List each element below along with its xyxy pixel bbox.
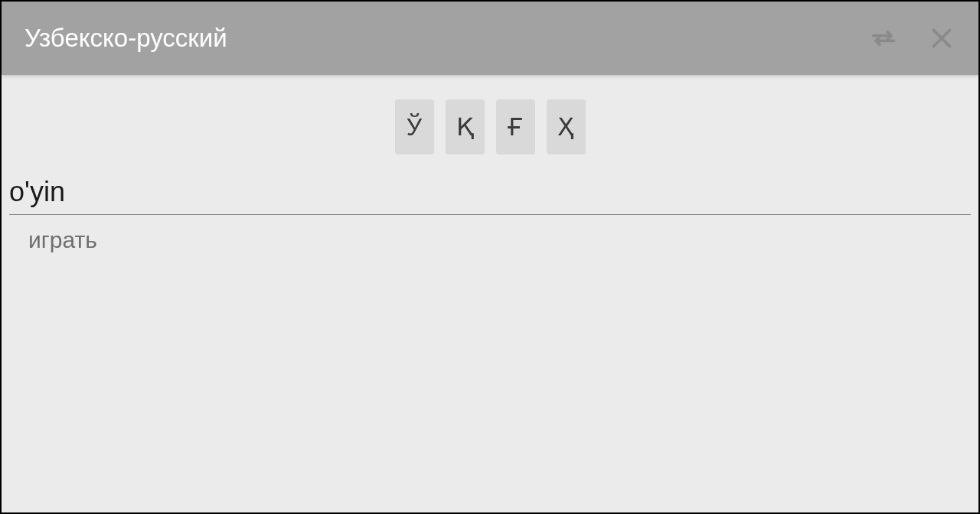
suggestion-section: играть: [2, 215, 978, 253]
close-icon: [928, 24, 956, 52]
search-input[interactable]: o'yin: [9, 176, 971, 215]
swap-languages-button[interactable]: [868, 23, 899, 54]
letter-u-breve-button[interactable]: Ў: [395, 99, 434, 155]
input-section: o'yin: [2, 176, 978, 215]
header-icons: [868, 23, 956, 54]
swap-horizontal-icon: [868, 23, 899, 54]
special-letters-row: Ў Қ Ғ Ҳ: [2, 75, 978, 176]
app-header: Узбекско-русский: [2, 2, 978, 75]
header-title: Узбекско-русский: [24, 24, 868, 53]
letter-ha-button[interactable]: Ҳ: [547, 99, 586, 155]
letter-gha-button[interactable]: Ғ: [496, 99, 535, 155]
suggestion-item[interactable]: играть: [28, 227, 978, 253]
close-button[interactable]: [928, 24, 956, 52]
letter-qa-button[interactable]: Қ: [446, 99, 485, 155]
